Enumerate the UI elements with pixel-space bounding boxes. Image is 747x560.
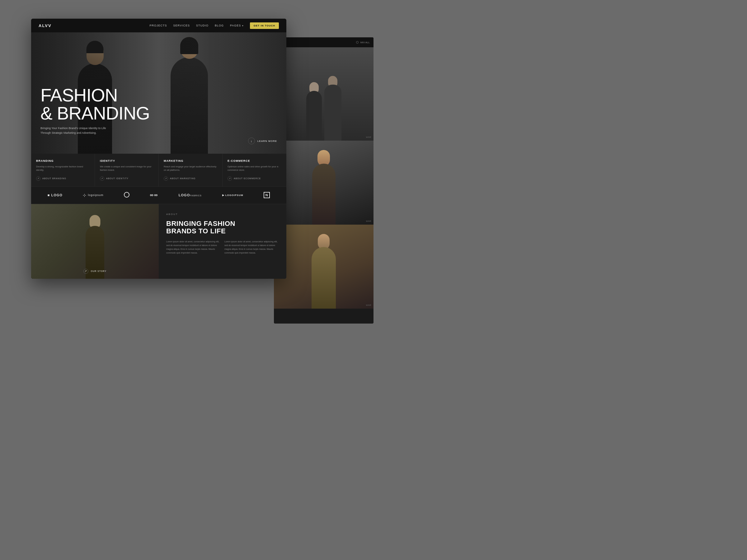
hero-subtitle: Bringing Your Fashion Brand's Unique Ide… bbox=[41, 126, 109, 135]
logo-3 bbox=[124, 192, 129, 198]
nav-blog[interactable]: BLOG bbox=[215, 24, 224, 27]
hero-section: FASHION & BRANDING Bringing Your Fashion… bbox=[31, 32, 286, 154]
bg-photo-coat: scroll bbox=[274, 224, 374, 309]
ecommerce-link-arrow: ↗ bbox=[228, 177, 232, 181]
main-website-card: ALVV PROJECTS SERVICES STUDIO BLOG PAGES… bbox=[31, 19, 286, 279]
service-marketing-desc: Reach and engage your target audience ef… bbox=[164, 165, 217, 172]
identity-link-arrow: ↗ bbox=[100, 177, 104, 181]
hero-title: FASHION & BRANDING bbox=[41, 86, 150, 122]
service-branding: BRANDING Develop a strong, recognizable … bbox=[31, 154, 95, 186]
nav-projects[interactable]: PROJECTS bbox=[150, 24, 167, 27]
marketing-link-arrow: ↗ bbox=[164, 177, 168, 181]
bg-body-1 bbox=[306, 91, 322, 141]
nav-links: PROJECTS SERVICES STUDIO BLOG PAGES ▾ GE… bbox=[150, 22, 279, 29]
bg-photo-man: scroll bbox=[274, 141, 374, 224]
site-logo[interactable]: ALVV bbox=[38, 23, 52, 28]
hero-learn-more[interactable]: ↓ LEARN MORE bbox=[248, 137, 277, 144]
nav-services[interactable]: SERVICES bbox=[173, 24, 190, 27]
service-identity-title: IDENTITY bbox=[100, 159, 153, 162]
nav-pages[interactable]: PAGES ▾ bbox=[230, 24, 244, 27]
bg-figure-2 bbox=[324, 76, 341, 141]
logo2-prefix-icon: ⊹ bbox=[83, 193, 86, 197]
about-content: ABOUT BRINGING FASHION BRANDS TO LIFE Lo… bbox=[159, 204, 286, 279]
about-label: ABOUT bbox=[166, 213, 279, 216]
service-identity: IDENTITY We create a unique and consiste… bbox=[95, 154, 159, 186]
service-marketing: MARKETING Reach and engage your target a… bbox=[159, 154, 223, 186]
mix-all-label: MIX ALL bbox=[360, 41, 370, 44]
mix-all-control[interactable]: MIX ALL bbox=[356, 41, 370, 44]
service-branding-link[interactable]: ↗ ABOUT BRANDING bbox=[36, 177, 89, 181]
learn-more-arrow: ↓ bbox=[248, 137, 255, 144]
about-text-columns: Lorem ipsum dolor sit amet, consectetur … bbox=[166, 240, 279, 255]
service-identity-link[interactable]: ↗ ABOUT IDENTITY bbox=[100, 177, 153, 181]
logo-4: ∞∞ bbox=[150, 192, 158, 198]
logo-5: LOGOFABRICS bbox=[179, 193, 202, 197]
service-identity-desc: We create a unique and consistent image … bbox=[100, 165, 153, 172]
bg-figure-1 bbox=[306, 82, 322, 141]
about-section: ↗ OUR STORY ABOUT BRINGING FASHION BRAND… bbox=[31, 204, 286, 279]
service-ecommerce-desc: Optimize online sales and drive growth f… bbox=[228, 165, 281, 172]
services-section: BRANDING Develop a strong, recognizable … bbox=[31, 154, 286, 186]
bg-photo-women: scroll bbox=[274, 47, 374, 141]
logo-7: N bbox=[264, 192, 270, 198]
branding-link-arrow: ↗ bbox=[36, 177, 41, 181]
about-text-2: Lorem ipsum dolor sit amet, consectetur … bbox=[225, 240, 279, 255]
service-ecommerce-title: E-COMMERCE bbox=[228, 159, 281, 162]
service-branding-desc: Develop a strong, recognizable fashion b… bbox=[36, 165, 89, 172]
bg-top-bar: MIX ALL bbox=[274, 37, 374, 47]
our-story-button[interactable]: ↗ OUR STORY bbox=[83, 269, 106, 274]
background-card: MIX ALL scroll scroll scroll bbox=[274, 37, 374, 324]
bg-women-figures bbox=[274, 47, 374, 141]
service-ecommerce-link[interactable]: ↗ ABOUT ECOMMERCE bbox=[228, 177, 281, 181]
logo-6: ▶ LOGOIPSUM bbox=[222, 194, 243, 196]
service-ecommerce: E-COMMERCE Optimize online sales and dri… bbox=[223, 154, 286, 186]
bg-photo-label-1: scroll bbox=[366, 136, 371, 138]
service-marketing-link[interactable]: ↗ ABOUT MARKETING bbox=[164, 177, 217, 181]
bg-man-figure bbox=[311, 150, 336, 224]
about-photo: ↗ OUR STORY bbox=[31, 204, 159, 279]
mix-all-dot bbox=[356, 41, 359, 44]
hero-text-block: FASHION & BRANDING Bringing Your Fashion… bbox=[41, 86, 150, 135]
service-branding-title: BRANDING bbox=[36, 159, 89, 162]
about-text-1: Lorem ipsum dolor sit amet, consectetur … bbox=[166, 240, 221, 255]
pages-dropdown-arrow: ▾ bbox=[242, 25, 244, 27]
navbar: ALVV PROJECTS SERVICES STUDIO BLOG PAGES… bbox=[31, 19, 286, 32]
bg-man-body bbox=[312, 164, 336, 224]
bg-photo-label-3: scroll bbox=[366, 304, 371, 306]
bg-photo-label-2: scroll bbox=[366, 220, 371, 222]
logo7-n: N bbox=[264, 192, 270, 198]
bg-body-2 bbox=[324, 85, 341, 141]
nav-studio[interactable]: STUDIO bbox=[196, 24, 209, 27]
logos-row: ■ LOGO ⊹ logoipsum ∞∞ LOGOFABRICS ▶ LOGO… bbox=[31, 186, 286, 204]
logo-2: ⊹ logoipsum bbox=[83, 193, 103, 197]
bg-coat-body bbox=[312, 247, 336, 309]
bg-coat-figure bbox=[311, 234, 336, 309]
about-title: BRINGING FASHION BRANDS TO LIFE bbox=[166, 220, 279, 235]
logo3-circle bbox=[124, 192, 129, 197]
our-story-arrow-icon: ↗ bbox=[83, 269, 88, 274]
get-in-touch-button[interactable]: GET IN TOUCH bbox=[250, 22, 279, 29]
service-marketing-title: MARKETING bbox=[164, 159, 217, 162]
logo-1: ■ LOGO bbox=[48, 193, 62, 197]
